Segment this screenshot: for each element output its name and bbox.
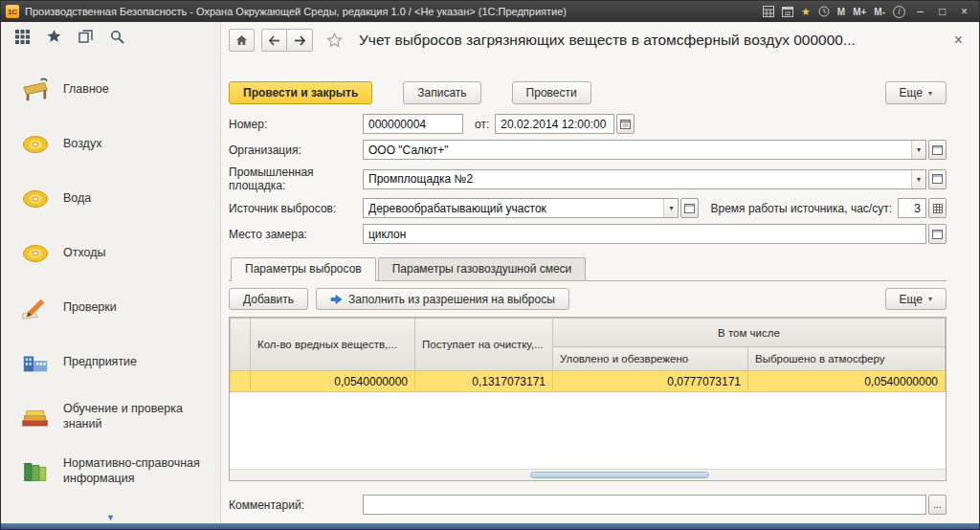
work-time-calc-button[interactable] bbox=[928, 198, 947, 218]
number-input[interactable] bbox=[364, 115, 462, 133]
sidebar-scroll-down-button[interactable]: ▼ bbox=[1, 513, 220, 522]
comment-more-button[interactable]: ... bbox=[928, 495, 947, 515]
waste-disc-icon bbox=[20, 240, 51, 267]
favorites-star-icon[interactable]: ★ bbox=[801, 6, 811, 18]
sidebar-item-label: Нормативно-справочная информация bbox=[63, 456, 212, 486]
organization-row: Организация: ▾ bbox=[229, 140, 947, 160]
post-and-close-button[interactable]: Провести и закрыть bbox=[229, 81, 372, 104]
window-title: Производственная Безопасность - Охрана О… bbox=[25, 6, 567, 17]
favorite-toggle[interactable] bbox=[326, 33, 343, 48]
organization-input[interactable] bbox=[364, 141, 911, 159]
number-label: Номер: bbox=[229, 118, 363, 131]
main-menu-button[interactable] bbox=[13, 28, 31, 45]
document-title: Учет выбросов загрязняющих веществ в ато… bbox=[359, 32, 856, 49]
emission-source-dropdown-button[interactable]: ▾ bbox=[663, 199, 678, 217]
minimize-button[interactable]: – bbox=[913, 6, 927, 17]
sidebar-item-label: Проверки bbox=[63, 300, 117, 316]
home-button[interactable] bbox=[229, 29, 255, 52]
back-button[interactable] bbox=[261, 29, 287, 52]
sidebar-item-training[interactable]: Обучение и проверка знаний bbox=[1, 389, 220, 444]
add-row-button[interactable]: Добавить bbox=[229, 288, 308, 310]
cell-amount[interactable]: 0,0540000000 bbox=[251, 371, 415, 392]
industrial-site-input[interactable] bbox=[364, 170, 911, 188]
measure-place-input[interactable] bbox=[364, 225, 925, 243]
memory-minus-button[interactable]: M- bbox=[874, 7, 885, 17]
sidebar-item-waste[interactable]: Отходы bbox=[1, 226, 220, 280]
memory-button[interactable]: M bbox=[837, 7, 845, 17]
open-form-icon bbox=[932, 230, 943, 239]
organization-dropdown-button[interactable]: ▾ bbox=[911, 141, 925, 159]
calendar-button[interactable] bbox=[616, 114, 635, 134]
date-input[interactable] bbox=[496, 115, 613, 133]
calendar-icon[interactable] bbox=[782, 6, 793, 17]
work-time-input[interactable] bbox=[899, 199, 925, 217]
comment-row: Комментарий: ... bbox=[229, 495, 947, 515]
scrollbar-thumb[interactable] bbox=[530, 472, 709, 478]
organization-label: Организация: bbox=[229, 144, 363, 157]
industrial-site-open-button[interactable] bbox=[928, 169, 947, 189]
sidebar-item-main[interactable]: Главное bbox=[1, 62, 220, 117]
emission-source-input[interactable] bbox=[364, 199, 663, 217]
maximize-button[interactable]: □ bbox=[935, 6, 949, 17]
tab-emission-parameters[interactable]: Параметры выбросов bbox=[231, 257, 376, 281]
info-button[interactable]: i bbox=[893, 6, 905, 18]
table-toolbar: Добавить Заполнить из разрешения на выбр… bbox=[229, 288, 947, 310]
column-header-captured: Уловлено и обезврежено bbox=[553, 347, 748, 371]
cell-captured[interactable]: 0,0777073171 bbox=[553, 371, 748, 392]
app-window: 1С Производственная Безопасность - Охран… bbox=[0, 0, 980, 530]
emission-source-open-button[interactable] bbox=[680, 198, 699, 218]
inspections-pen-icon bbox=[20, 295, 51, 321]
close-document-button[interactable]: × bbox=[949, 31, 968, 50]
date-label: от: bbox=[475, 118, 489, 131]
calculator-icon[interactable] bbox=[763, 6, 774, 17]
clock-icon[interactable] bbox=[818, 6, 830, 17]
column-header-cleaning: Поступает на очистку,... bbox=[415, 319, 553, 371]
titlebar: 1С Производственная Безопасность - Охран… bbox=[1, 1, 979, 22]
command-bar: Провести и закрыть Записать Провести Еще… bbox=[229, 81, 947, 104]
sidebar-item-air[interactable]: Воздух bbox=[1, 117, 220, 171]
chevron-down-icon: ▾ bbox=[928, 295, 932, 303]
more-button-label: Еще bbox=[900, 86, 923, 99]
table-more-button[interactable]: Еще ▾ bbox=[885, 288, 947, 310]
forward-button[interactable] bbox=[287, 29, 313, 52]
window-bottom-border bbox=[1, 523, 979, 529]
training-books-icon bbox=[20, 404, 51, 431]
favorites-button[interactable] bbox=[45, 28, 62, 45]
sidebar-item-label: Вода bbox=[63, 191, 91, 207]
history-button[interactable] bbox=[77, 28, 94, 45]
cell-cleaning[interactable]: 0,1317073171 bbox=[415, 371, 553, 392]
measure-place-label: Место замера: bbox=[229, 228, 363, 241]
calendar-icon bbox=[620, 119, 631, 129]
measure-place-open-button[interactable] bbox=[928, 224, 947, 244]
sidebar-item-inspections[interactable]: Проверки bbox=[1, 280, 220, 335]
table-row[interactable]: 0,0540000000 0,1317073171 0,0777073171 0… bbox=[231, 371, 946, 392]
search-button[interactable] bbox=[108, 28, 125, 45]
post-button[interactable]: Провести bbox=[512, 81, 591, 104]
tab-gas-mixture-parameters[interactable]: Параметры газовоздушной смеси bbox=[378, 257, 587, 280]
organization-open-button[interactable] bbox=[928, 140, 947, 160]
sidebar-item-enterprise[interactable]: Предприятие bbox=[1, 335, 220, 389]
enterprise-building-icon bbox=[20, 349, 51, 376]
tab-bar: Параметры выбросов Параметры газовоздушн… bbox=[229, 257, 947, 281]
fill-from-permission-button[interactable]: Заполнить из разрешения на выбросы bbox=[316, 288, 569, 310]
open-form-icon bbox=[932, 145, 943, 155]
cell-released[interactable]: 0,0540000000 bbox=[748, 371, 946, 392]
navigation-row: Учет выбросов загрязняющих веществ в ато… bbox=[221, 22, 979, 58]
sidebar-item-water[interactable]: Вода bbox=[1, 171, 220, 226]
industrial-site-dropdown-button[interactable]: ▾ bbox=[911, 170, 925, 188]
sidebar-item-reference[interactable]: Нормативно-справочная информация bbox=[1, 444, 220, 498]
work-time-label: Время работы источника, час/сут: bbox=[710, 202, 892, 215]
memory-plus-button[interactable]: M+ bbox=[853, 7, 866, 17]
more-button[interactable]: Еще ▾ bbox=[885, 81, 947, 104]
row-marker-cell bbox=[231, 371, 251, 392]
reference-books-icon bbox=[20, 458, 51, 485]
horizontal-scrollbar[interactable] bbox=[230, 469, 946, 480]
titlebar-tools: ★ M M+ M- i – □ × bbox=[763, 6, 971, 18]
comment-input[interactable] bbox=[364, 496, 925, 514]
sidebar-item-label: Отходы bbox=[63, 246, 106, 261]
close-window-button[interactable]: × bbox=[957, 6, 971, 17]
1c-logo-icon: 1С bbox=[6, 5, 19, 18]
fill-from-permission-label: Заполнить из разрешения на выбросы bbox=[348, 293, 555, 306]
emission-source-label: Источник выбросов: bbox=[229, 202, 363, 215]
write-button[interactable]: Записать bbox=[403, 81, 480, 104]
